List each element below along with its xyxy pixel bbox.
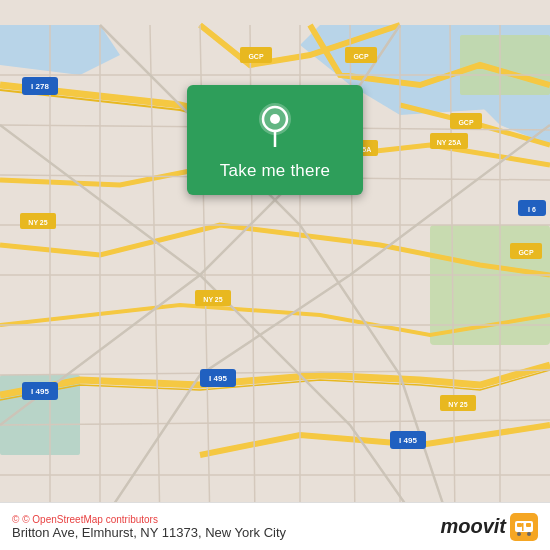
svg-text:I 278: I 278: [31, 82, 49, 91]
bottom-left-info: © © OpenStreetMap contributors Britton A…: [12, 514, 286, 540]
map-background: I 278 GCP GCP GCP GCP NY 25A NY 25A I 49…: [0, 0, 550, 550]
moovit-text: moovit: [440, 515, 506, 538]
attribution-symbol: ©: [12, 514, 19, 525]
svg-text:NY 25: NY 25: [203, 296, 222, 303]
bottom-bar: © © OpenStreetMap contributors Britton A…: [0, 502, 550, 550]
svg-text:GCP: GCP: [458, 119, 474, 126]
svg-rect-59: [517, 523, 522, 527]
svg-text:NY 25: NY 25: [28, 219, 47, 226]
svg-point-61: [517, 532, 521, 536]
svg-point-62: [527, 532, 531, 536]
svg-text:GCP: GCP: [518, 249, 534, 256]
svg-text:GCP: GCP: [353, 53, 369, 60]
map-container: I 278 GCP GCP GCP GCP NY 25A NY 25A I 49…: [0, 0, 550, 550]
moovit-bus-icon: [510, 513, 538, 541]
svg-text:I 495: I 495: [209, 374, 227, 383]
location-label: Britton Ave, Elmhurst, NY 11373, New Yor…: [12, 525, 286, 540]
attribution: © © OpenStreetMap contributors: [12, 514, 286, 525]
moovit-logo: moovit: [440, 513, 538, 541]
svg-point-56: [270, 114, 280, 124]
attribution-text: © OpenStreetMap contributors: [22, 514, 158, 525]
svg-text:NY 25: NY 25: [448, 401, 467, 408]
take-me-there-button[interactable]: Take me there: [220, 161, 330, 181]
location-pin-icon: [257, 103, 293, 151]
svg-rect-63: [522, 523, 524, 531]
svg-text:I 495: I 495: [399, 436, 417, 445]
svg-text:NY 25A: NY 25A: [437, 139, 461, 146]
svg-text:GCP: GCP: [248, 53, 264, 60]
svg-text:I 6: I 6: [528, 206, 536, 213]
svg-text:I 495: I 495: [31, 387, 49, 396]
svg-rect-60: [526, 523, 531, 527]
